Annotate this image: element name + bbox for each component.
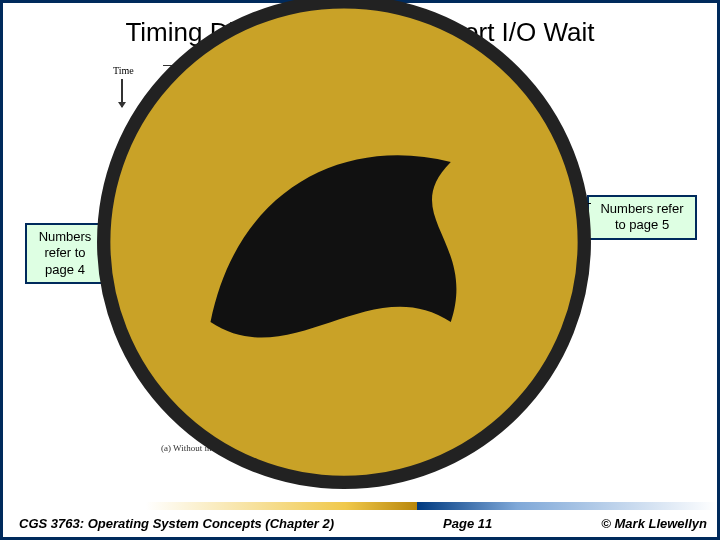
ucf-pegasus-logo-icon <box>0 0 701 509</box>
footer-page: Page 11 <box>443 516 492 531</box>
footer-left: CGS 3763: Operating System Concepts (Cha… <box>19 516 334 531</box>
footer-divider-icon <box>3 502 717 510</box>
slide: Timing Diagram Based on Short I/O Wait N… <box>0 0 720 540</box>
footer-copyright: © Mark Llewellyn <box>601 516 707 531</box>
footer: CGS 3763: Operating System Concepts (Cha… <box>3 502 717 537</box>
